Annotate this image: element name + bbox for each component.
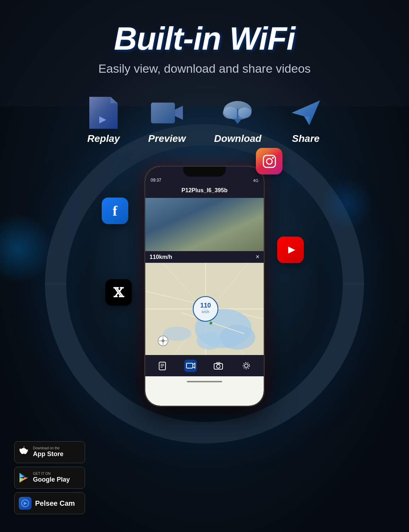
preview-icon-container — [151, 97, 183, 129]
phone-signal: 4G — [253, 178, 258, 183]
main-content: Built-in WiFi Easily view, download and … — [0, 0, 409, 532]
svg-rect-43 — [159, 362, 166, 370]
svg-rect-17 — [145, 198, 264, 230]
features-row: Replay Preview — [0, 97, 409, 144]
phone-screen: 09:37 4G P12Plus_l6_395b — [145, 167, 264, 406]
map-svg: 110 km/h — [145, 263, 264, 355]
phone-area: f 𝕏 — [0, 166, 409, 407]
svg-marker-10 — [292, 100, 320, 125]
instagram-icon — [256, 148, 282, 174]
svg-point-50 — [217, 365, 220, 368]
feature-preview: Preview — [148, 97, 186, 144]
phone-bottom-nav — [145, 355, 264, 376]
share-icon-container — [290, 97, 322, 129]
app-badges-section: Download on the App Store GET IT ON Goog… — [14, 441, 85, 514]
svg-point-14 — [272, 157, 274, 159]
svg-rect-19 — [145, 230, 264, 251]
phone-notch — [183, 167, 226, 177]
header-section: Built-in WiFi Easily view, download and … — [0, 0, 409, 83]
svg-marker-16 — [288, 246, 295, 254]
svg-point-7 — [238, 107, 251, 118]
svg-rect-12 — [263, 155, 275, 167]
phone-app-header: P12Plus_l6_395b — [145, 184, 264, 198]
feature-download: Download — [214, 97, 262, 144]
svg-marker-4 — [175, 106, 183, 120]
svg-text:km/h: km/h — [202, 310, 209, 314]
svg-marker-11 — [304, 116, 309, 125]
replay-icon — [89, 97, 118, 129]
phone-speed-bar: 110km/h × — [145, 251, 264, 263]
google-play-top-text: GET IT ON — [33, 472, 70, 476]
apple-icon — [19, 447, 29, 458]
instagram-logo — [262, 154, 277, 169]
phone-map: 110 km/h — [145, 263, 264, 355]
phone-file-name: P12Plus_l6_395b — [181, 187, 228, 193]
home-bar — [187, 381, 222, 382]
page-subtitle: Easily view, download and share videos — [0, 62, 409, 76]
video-scene — [145, 198, 264, 251]
svg-point-53 — [243, 362, 250, 369]
facebook-logo: f — [113, 203, 117, 219]
svg-marker-1 — [111, 97, 118, 103]
google-play-main-text: Google Play — [33, 476, 70, 484]
svg-point-36 — [193, 297, 218, 321]
phone-close: × — [256, 253, 259, 261]
phone-mockup: 09:37 4G P12Plus_l6_395b — [144, 166, 265, 407]
svg-marker-9 — [234, 119, 242, 124]
svg-marker-18 — [145, 207, 264, 230]
replay-label: Replay — [87, 133, 120, 144]
svg-point-34 — [209, 322, 212, 325]
svg-rect-22 — [199, 225, 209, 232]
app-store-top-text: Download on the — [33, 446, 63, 450]
phone-video-thumbnail — [145, 198, 264, 251]
pelsee-icon — [19, 497, 32, 510]
twitter-logo: 𝕏 — [113, 285, 124, 300]
google-play-badge[interactable]: GET IT ON Google Play — [14, 467, 85, 489]
phone-container: f 𝕏 — [144, 166, 265, 407]
pelsee-cam-text: Pelsee Cam — [35, 499, 75, 508]
feature-replay: Replay — [87, 97, 120, 144]
svg-point-31 — [197, 332, 222, 350]
svg-point-6 — [223, 106, 238, 118]
svg-text:110: 110 — [200, 302, 211, 309]
download-icon-container — [222, 97, 254, 129]
nav-settings-icon[interactable] — [240, 360, 252, 372]
facebook-icon: f — [102, 198, 128, 224]
app-store-badge[interactable]: Download on the App Store — [14, 441, 85, 463]
preview-label: Preview — [148, 133, 186, 144]
download-label: Download — [214, 133, 262, 144]
page-title: Built-in WiFi — [0, 21, 409, 56]
svg-rect-47 — [186, 363, 193, 368]
share-label: Share — [292, 133, 320, 144]
svg-point-30 — [220, 325, 255, 350]
share-icon — [290, 99, 322, 127]
app-store-text: Download on the App Store — [33, 446, 63, 458]
svg-point-13 — [267, 159, 272, 164]
nav-camera-icon[interactable] — [212, 360, 225, 372]
svg-point-52 — [245, 364, 248, 367]
youtube-logo — [282, 244, 299, 256]
phone-home-indicator — [145, 376, 264, 387]
nav-files-icon[interactable] — [157, 360, 169, 372]
phone-time: 09:37 — [151, 178, 161, 183]
download-icon — [222, 98, 254, 128]
preview-icon — [151, 99, 183, 127]
svg-rect-23 — [199, 226, 203, 232]
phone-speed-text: 110km/h — [150, 254, 172, 260]
replay-icon-container — [88, 97, 119, 129]
google-play-text: GET IT ON Google Play — [33, 472, 70, 484]
twitter-icon: 𝕏 — [105, 279, 132, 306]
svg-marker-20 — [191, 230, 219, 251]
app-store-main-text: App Store — [33, 450, 63, 458]
svg-rect-3 — [151, 102, 175, 123]
pelsee-cam-badge[interactable]: Pelsee Cam — [14, 492, 85, 514]
svg-point-42 — [162, 339, 164, 342]
svg-marker-61 — [24, 502, 27, 505]
feature-share: Share — [290, 97, 322, 144]
youtube-icon — [277, 237, 304, 263]
nav-video-icon[interactable] — [184, 360, 197, 372]
googleplay-icon — [19, 472, 29, 483]
